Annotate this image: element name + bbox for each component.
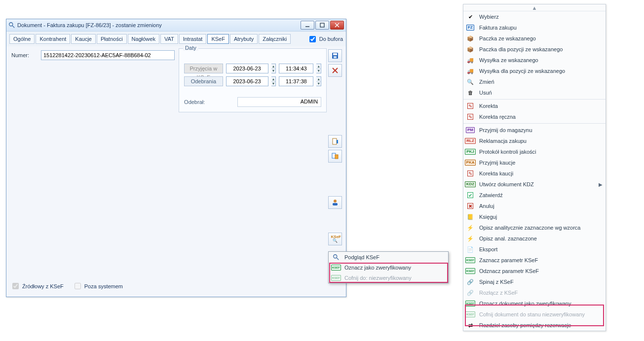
- pka-icon: PKA: [465, 160, 475, 166]
- tab-zalaczniki[interactable]: Załączniki: [259, 34, 291, 44]
- time-spinner-odebrania[interactable]: ▲▼: [316, 76, 321, 86]
- mi-korekta-reczna[interactable]: ✎Korekta ręczna: [463, 111, 606, 122]
- mi-przyjmij-magazyn[interactable]: PMPrzyjmij do magazynu: [463, 125, 606, 136]
- separator: [463, 99, 606, 100]
- time-spinner-przyjecia[interactable]: ▲▼: [316, 64, 321, 73]
- page-icon: [331, 137, 339, 145]
- mi-wybierz[interactable]: ✔Wybierz: [463, 11, 606, 22]
- mi-anuluj[interactable]: ✖Anuluj: [463, 201, 606, 211]
- mi-spinaj-ksef[interactable]: 🔗Spinaj z KSeF: [463, 276, 606, 287]
- mi-zmien[interactable]: 🔍Zmień: [463, 76, 606, 87]
- date-input-odebrania[interactable]: [226, 76, 268, 86]
- tab-platnosci[interactable]: Płatności: [97, 34, 127, 44]
- mi-zaznacz-ksef[interactable]: KSEFZaznacz parametr KSeF: [463, 255, 606, 266]
- package-items-icon: 📦: [465, 46, 475, 53]
- correction-icon: ✎: [465, 170, 475, 176]
- numer-input[interactable]: [41, 50, 175, 60]
- magnifier-icon: 🔍: [465, 79, 475, 85]
- date-input-przyjecia[interactable]: [226, 64, 268, 73]
- popup-label: Podgląd KSeF: [344, 254, 379, 260]
- zrodlowy-checkbox[interactable]: Źródłowy z KSeF: [10, 281, 64, 291]
- save-button[interactable]: [328, 49, 342, 62]
- doc-button-2[interactable]: [328, 150, 342, 163]
- maximize-button[interactable]: [315, 21, 329, 30]
- mi-usun[interactable]: 🗑Usuń: [463, 87, 606, 98]
- close-button[interactable]: [330, 21, 344, 30]
- x-icon: [331, 67, 339, 74]
- menu-scroll-up[interactable]: ▲: [463, 4, 606, 11]
- ksef-menu-button[interactable]: KSeF🔍: [328, 233, 342, 245]
- user-icon: [331, 199, 339, 206]
- mi-reklamacja[interactable]: RLZReklamacja zakupu: [463, 136, 606, 146]
- mi-oznacz-zweryfikowany[interactable]: KSEFOznacz dokument jako zweryfikowany: [463, 298, 606, 309]
- zrodlowy-input[interactable]: [12, 283, 19, 289]
- tab-ksef[interactable]: KSeF: [207, 34, 229, 44]
- minimize-button[interactable]: [301, 21, 314, 30]
- date-spinner-odebrania[interactable]: ▲▼: [271, 76, 276, 86]
- tab-intrastat[interactable]: Intrastat: [179, 34, 207, 44]
- daty-group: Daty Przyjęcia w KSeF ▲▼ ▲▼ Odebrania ▲▼…: [179, 48, 327, 112]
- mi-rozdziel-zasoby[interactable]: ⇄Rozdziel zasoby pomiędzy rezerwacje: [463, 320, 606, 331]
- mi-protokol-jakosci[interactable]: PKJProtokół kontroli jakości: [463, 146, 606, 157]
- svg-point-0: [9, 23, 13, 26]
- poza-checkbox[interactable]: Poza systemem: [73, 281, 123, 291]
- rlz-icon: RLZ: [465, 138, 475, 144]
- mi-cofnij-niezweryfikowany: KSEFCofnij dokument do stanu niezweryfik…: [463, 309, 606, 320]
- svg-line-1: [12, 26, 14, 28]
- context-menu: ▲ ✔Wybierz FZFaktura zakupu 📦Paczka ze w…: [463, 4, 606, 331]
- tab-ogolne[interactable]: Ogólne: [9, 34, 35, 44]
- mi-opisz-anal[interactable]: ⚡Opisz anal. zaznaczone: [463, 233, 606, 244]
- truck-items-icon: 🚚: [465, 68, 475, 74]
- date-spinner-przyjecia[interactable]: ▲▼: [271, 64, 276, 73]
- tab-kaucje[interactable]: Kaucje: [71, 34, 96, 44]
- popup-cofnij-niezweryfikowany: KSEF Cofnij do: niezweryfikowany: [329, 273, 448, 283]
- page-link-icon: [331, 152, 339, 160]
- mi-faktura-zakupu[interactable]: FZFaktura zakupu: [463, 22, 606, 33]
- split-icon: ⇄: [465, 322, 475, 329]
- approve-icon: ✔: [465, 192, 475, 198]
- time-input-odebrania[interactable]: [279, 76, 313, 86]
- doc-button-1[interactable]: [328, 135, 342, 148]
- tab-naglowek[interactable]: Nagłówek: [128, 34, 159, 44]
- mi-eksport[interactable]: 📄Eksport: [463, 244, 606, 255]
- odebral-row: Odebrał: ADMIN: [184, 97, 321, 107]
- bolt-icon: ⚡: [465, 236, 475, 242]
- do-bufora-input[interactable]: [309, 36, 316, 42]
- do-bufora-checkbox[interactable]: Do bufora: [307, 34, 343, 44]
- date-label-przyjecia: Przyjęcia w KSeF: [184, 64, 223, 73]
- mi-przyjmij-kaucje[interactable]: PKAPrzyjmij kaucje: [463, 157, 606, 168]
- mi-wysylka-wskazanego[interactable]: 🚚Wysyłka ze wskazanego: [463, 55, 606, 66]
- popup-podglad-ksef[interactable]: Podgląd KSeF: [329, 252, 448, 262]
- popup-label: Cofnij do: niezweryfikowany: [344, 275, 412, 281]
- numer-label: Numer:: [11, 52, 36, 58]
- svg-rect-11: [333, 138, 337, 144]
- tab-atrybuty[interactable]: Atrybuty: [230, 34, 258, 44]
- tab-vat[interactable]: VAT: [160, 34, 178, 44]
- client-area: Numer: Daty Przyjęcia w KSeF ▲▼ ▲▼ Odebr…: [6, 46, 346, 292]
- ksef-icon: KSEF: [465, 257, 475, 263]
- svg-rect-8: [334, 56, 337, 58]
- mi-wysylka-pozycji[interactable]: 🚚Wysyłka dla pozycji ze wskazanego: [463, 66, 606, 76]
- popup-oznacz-zweryfikowany[interactable]: KSEF Oznacz jako zweryfikowany: [329, 262, 448, 273]
- mi-korekta-kaucji[interactable]: ✎Korekta kaucji: [463, 168, 606, 179]
- tab-kontrahent[interactable]: Kontrahent: [36, 34, 70, 44]
- do-bufora-label: Do bufora: [319, 36, 343, 42]
- mi-korekta[interactable]: ✎Korekta: [463, 101, 606, 111]
- odebral-value: ADMIN: [237, 97, 321, 107]
- svg-rect-7: [333, 53, 337, 55]
- mi-paczka-pozycji[interactable]: 📦Paczka dla pozycji ze wskazanego: [463, 44, 606, 55]
- mi-odznacz-ksef[interactable]: KSEFOdznacz parametr KSeF: [463, 266, 606, 276]
- mi-utworz-kdz[interactable]: KDZUtwórz dokument KDZ▶: [463, 179, 606, 190]
- mi-ksieguj[interactable]: 📒Księguj: [463, 211, 606, 222]
- pkj-icon: PKJ: [465, 149, 475, 155]
- export-icon: 📄: [465, 246, 475, 253]
- time-input-przyjecia[interactable]: [279, 64, 313, 73]
- poza-input[interactable]: [75, 283, 81, 289]
- delete-button[interactable]: [328, 64, 342, 77]
- mi-opisz-anal-wzorca[interactable]: ⚡Opisz analitycznie zaznaczone wg wzorca: [463, 222, 606, 233]
- mi-rozlacz-ksef: 🔗Rozłącz z KSeF: [463, 287, 606, 298]
- mi-paczka-wskazanego[interactable]: 📦Paczka ze wskazanego: [463, 33, 606, 44]
- user-button[interactable]: [328, 196, 342, 209]
- mi-zatwierdz[interactable]: ✔Zatwierdź: [463, 190, 606, 201]
- date-row-przyjecia: Przyjęcia w KSeF ▲▼ ▲▼: [184, 64, 321, 73]
